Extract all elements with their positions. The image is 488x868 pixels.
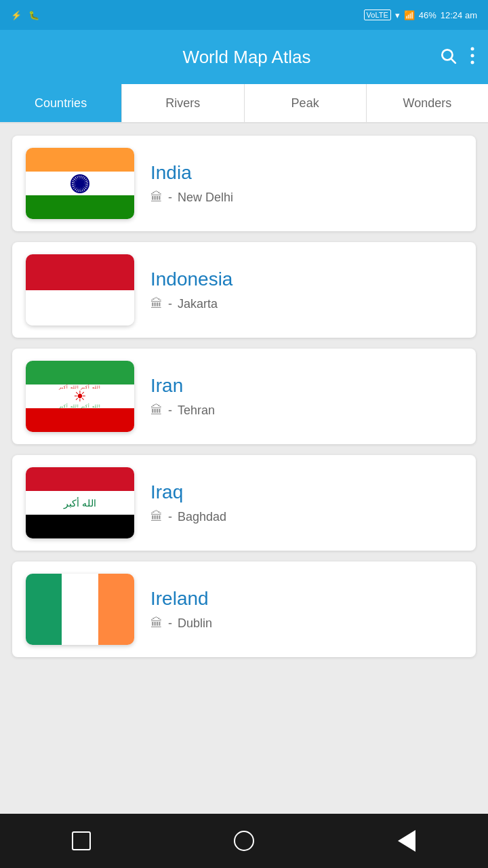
country-name: Iran xyxy=(150,375,215,397)
status-bar: ⚡ 🐛 VoLTE ▾ 📶 46% 12:24 am xyxy=(0,0,488,30)
svg-line-1 xyxy=(451,59,455,63)
list-item[interactable]: ☀ الله أكبر الله أكبر الله أكبر الله أكب… xyxy=(12,349,476,444)
app-title: World Map Atlas xyxy=(54,47,439,68)
usb-icon: ⚡ xyxy=(11,10,22,20)
iraq-flag: الله أكبر xyxy=(26,467,134,538)
ireland-flag xyxy=(26,574,134,645)
home-button[interactable] xyxy=(224,821,264,861)
tab-bar: Countries Rivers Peak Wonders xyxy=(0,84,488,123)
status-right-info: VoLTE ▾ 📶 46% 12:24 am xyxy=(364,9,477,20)
volte-icon: VoLTE xyxy=(364,9,391,20)
indonesia-flag xyxy=(26,254,134,326)
app-bar-actions xyxy=(439,47,474,67)
tab-countries[interactable]: Countries xyxy=(0,84,122,122)
iran-flag: ☀ الله أكبر الله أكبر الله أكبر الله أكب… xyxy=(26,361,134,432)
search-button[interactable] xyxy=(439,47,457,67)
list-item[interactable]: Ireland 🏛 - Dublin xyxy=(12,561,476,657)
country-name: Indonesia xyxy=(150,269,232,290)
list-item[interactable]: India 🏛 - New Delhi xyxy=(12,136,476,231)
capital-name: Jakarta xyxy=(178,297,218,311)
app-bar: World Map Atlas xyxy=(0,30,488,84)
more-options-button[interactable] xyxy=(470,47,474,67)
back-icon xyxy=(398,830,415,852)
battery-level: 46% xyxy=(419,10,436,20)
home-icon xyxy=(234,831,254,851)
bottom-nav xyxy=(0,814,488,868)
capitol-icon: 🏛 xyxy=(150,403,163,418)
bug-icon: 🐛 xyxy=(28,10,39,20)
status-left-icons: ⚡ 🐛 xyxy=(11,10,39,20)
svg-point-2 xyxy=(471,47,474,51)
india-flag xyxy=(26,148,134,219)
capital-name: New Delhi xyxy=(178,191,233,205)
country-name: Iraq xyxy=(150,481,226,503)
list-item[interactable]: Indonesia 🏛 - Jakarta xyxy=(12,242,476,338)
capitol-icon: 🏛 xyxy=(150,616,163,631)
recents-button[interactable] xyxy=(61,821,102,861)
capital-name: Dublin xyxy=(178,616,212,631)
country-name: Ireland xyxy=(150,588,212,610)
svg-point-3 xyxy=(471,54,474,58)
countries-list: India 🏛 - New Delhi Indonesia 🏛 - Jakart… xyxy=(0,123,488,814)
recents-icon xyxy=(72,831,91,850)
svg-point-4 xyxy=(471,61,474,64)
tab-wonders[interactable]: Wonders xyxy=(367,84,488,122)
capitol-icon: 🏛 xyxy=(150,297,163,311)
capital-name: Baghdad xyxy=(178,510,226,524)
capital-name: Tehran xyxy=(178,403,215,418)
signal-icon: 📶 xyxy=(404,10,415,20)
wifi-icon: ▾ xyxy=(395,10,400,20)
tab-peak[interactable]: Peak xyxy=(245,84,367,122)
tab-rivers[interactable]: Rivers xyxy=(122,84,244,122)
country-name: India xyxy=(150,162,233,184)
list-item[interactable]: الله أكبر Iraq 🏛 - Baghdad xyxy=(12,455,476,551)
time-display: 12:24 am xyxy=(441,10,477,20)
capitol-icon: 🏛 xyxy=(150,510,163,524)
ashoka-chakra xyxy=(70,174,89,193)
capitol-icon: 🏛 xyxy=(150,191,163,205)
back-button[interactable] xyxy=(386,821,427,861)
